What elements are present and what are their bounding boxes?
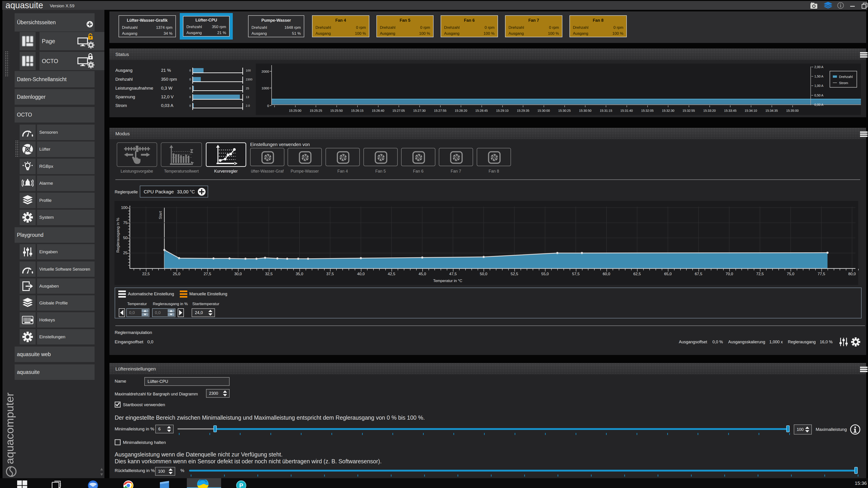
svg-text:P: P bbox=[239, 482, 243, 488]
